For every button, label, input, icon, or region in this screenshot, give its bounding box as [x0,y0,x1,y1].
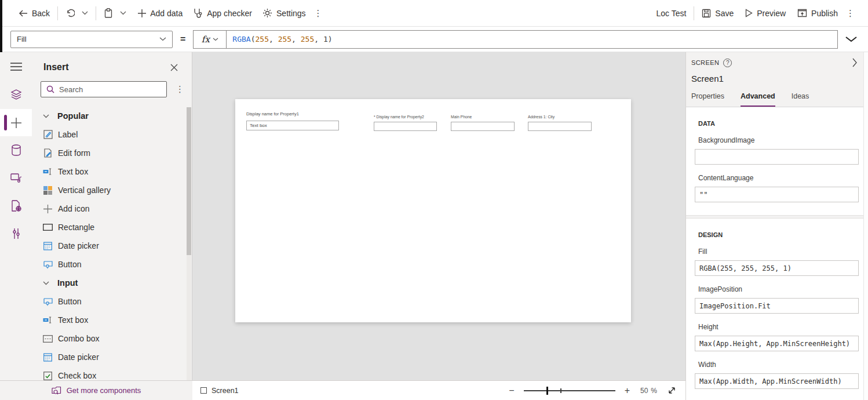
data-section: DATA BackgroundImage ContentLanguage "" [686,107,868,206]
help-icon[interactable]: ? [723,59,732,67]
insert-item-vertical-gallery[interactable]: Vertical gallery [32,181,192,199]
settings-button[interactable]: Settings [259,4,309,23]
data-button[interactable] [0,136,32,164]
insert-item-input-button[interactable]: Button [32,292,192,311]
add-data-button[interactable]: Add data [134,4,186,23]
formula-bar-expand-button[interactable] [845,36,858,42]
insert-item-date-picker[interactable]: Date picker [32,237,192,255]
tab-advanced[interactable]: Advanced [741,92,775,107]
search-input[interactable] [59,85,161,94]
paste-button[interactable] [100,4,116,23]
insert-item-button[interactable]: Button [32,255,192,274]
media-button[interactable] [0,164,32,192]
undo-button[interactable] [62,4,78,23]
zoom-out-button[interactable]: − [505,386,517,396]
properties-panel-header: SCREEN ? Screen1 Properties Advanced Ide… [686,52,868,107]
back-label: Back [32,9,50,18]
toolbar-more-button[interactable]: ⋮ [841,8,860,19]
height-input[interactable]: Max(App.Height, App.MinScreenHeight) [695,336,859,351]
button-icon [43,297,53,306]
zoom-slider-track [524,390,615,391]
add-data-label: Add data [150,9,183,18]
rectangle-icon [43,224,53,231]
background-image-input[interactable] [695,149,859,165]
media-icon [10,173,22,183]
chevron-down-icon [213,38,218,41]
toolbar-overflow-button[interactable]: ⋮ [309,8,328,19]
calendar-icon [43,241,53,250]
preview-button[interactable]: Preview [742,4,789,23]
tab-ideas[interactable]: Ideas [792,92,809,107]
field-input[interactable] [451,122,515,131]
design-section: DESIGN Fill RGBA(255, 255, 255, 1) Image… [686,219,868,392]
power-automate-button[interactable] [0,192,32,220]
property-label: Fill [698,248,859,256]
chevron-down-icon [41,281,51,285]
formula-token: , [314,35,323,43]
save-button[interactable]: Save [698,4,737,23]
insert-item-text-box[interactable]: Text box [32,162,192,181]
get-more-components-button[interactable]: Get more components [0,380,192,400]
fx-selector[interactable]: fx [193,30,227,49]
field-input[interactable] [374,122,437,131]
insert-panel-scrollbar[interactable] [187,107,191,380]
section-popular[interactable]: Popular [32,107,192,125]
form-field: Address 1: City [528,115,592,131]
screen-canvas[interactable]: Display name for Property1 Text box * Di… [235,99,631,322]
chevron-down-icon [41,114,51,118]
zoom-value: 50 [640,387,648,395]
section-title: DATA [698,120,859,127]
hamburger-menu-button[interactable] [0,52,32,81]
advanced-tools-button[interactable] [0,220,32,248]
properties-panel: SCREEN ? Screen1 Properties Advanced Ide… [685,52,868,400]
formula-input[interactable]: RGBA(255, 255, 255, 1) [226,30,838,49]
content-language-input[interactable]: "" [695,187,859,202]
fit-to-window-button[interactable] [668,386,676,395]
screen-icon [200,387,207,394]
insert-item-add-icon[interactable]: Add icon [32,199,192,218]
screen-tab[interactable]: Screen1 [200,387,239,395]
selected-control-name: Screen1 [691,74,860,83]
publish-label: Publish [811,9,838,18]
image-position-input[interactable]: ImagePosition.Fit [695,298,859,314]
design-workspace[interactable]: Display name for Property1 Text box * Di… [192,52,685,380]
publish-button[interactable]: Publish [794,4,841,23]
zoom-slider[interactable] [524,387,615,395]
zoom-in-button[interactable]: + [621,386,633,396]
field-input[interactable] [528,122,592,131]
insert-item-label[interactable]: Label [32,125,192,144]
insert-button[interactable] [0,109,32,136]
collapse-panel-icon[interactable] [852,58,860,67]
insert-item-input-text-box[interactable]: Text box [32,311,192,329]
zoom-slider-thumb[interactable] [546,387,548,395]
property-dropdown[interactable]: Fill [10,31,173,48]
form-field: * Display name for Property2 [374,115,437,131]
insert-item-rectangle[interactable]: Rectangle [32,218,192,237]
insert-item-input-date-picker[interactable]: Date picker [32,348,192,366]
preview-label: Preview [757,9,786,18]
environment-label[interactable]: Loc Test [652,4,690,23]
formula-token: , [269,35,278,43]
sliders-icon [12,228,21,239]
insert-item-check-box[interactable]: Check box [32,366,192,380]
insert-item-combo-box[interactable]: Combo box [32,329,192,348]
scrollbar-thumb[interactable] [187,107,191,255]
insert-item-edit-form[interactable]: Edit form [32,144,192,162]
close-icon[interactable] [168,61,180,74]
property-field: BackgroundImage [695,136,859,165]
paste-split-chevron[interactable] [116,4,130,23]
formula-token: , [291,35,301,43]
fill-input[interactable]: RGBA(255, 255, 255, 1) [695,260,859,276]
section-title: DESIGN [698,231,859,238]
app-checker-button[interactable]: App checker [189,4,256,23]
tab-properties[interactable]: Properties [691,92,724,107]
section-input[interactable]: Input [32,274,192,292]
back-button[interactable]: Back [15,4,53,23]
undo-split-chevron[interactable] [78,4,92,23]
width-input[interactable]: Max(App.Width, App.MinScreenWidth) [695,373,859,389]
search-options-button[interactable]: ⋮ [171,84,189,94]
panel-scrollbar-gutter[interactable] [863,52,868,400]
tree-view-button[interactable] [0,81,32,109]
field-input[interactable]: Text box [246,121,339,130]
tree-view-icon [10,89,22,101]
